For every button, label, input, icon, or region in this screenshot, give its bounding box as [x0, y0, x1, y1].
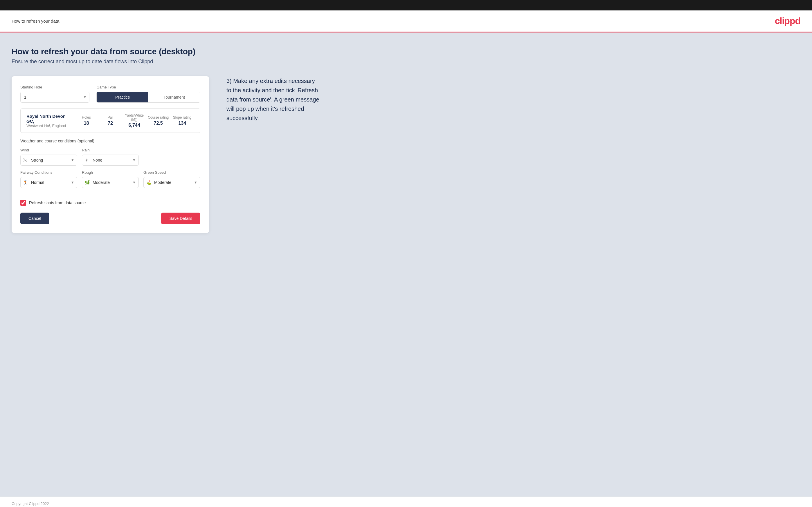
main-content: How to refresh your data from source (de… — [0, 33, 812, 497]
top-bar — [0, 0, 812, 10]
form-card: Starting Hole 1 ▼ Game Type Practice Tou… — [12, 76, 209, 233]
green-speed-select-wrapper: ⛳ Moderate ▼ — [143, 177, 200, 188]
course-holes-stat: Holes 18 — [74, 115, 98, 126]
rain-select[interactable]: None — [82, 155, 139, 166]
rough-select[interactable]: Moderate — [82, 177, 139, 188]
green-speed-label: Green Speed — [143, 170, 200, 175]
green-speed-select[interactable]: Moderate — [143, 177, 200, 188]
refresh-checkbox-label: Refresh shots from data source — [29, 201, 86, 205]
footer: Copyright Clippd 2022 — [0, 497, 812, 507]
holes-value: 18 — [74, 121, 98, 126]
header: How to refresh your data clippd — [0, 10, 812, 33]
fairway-group: Fairway Conditions 🏌 Normal ▼ — [20, 170, 77, 188]
course-name: Royal North Devon GC, — [27, 114, 74, 123]
course-rating-label: Course rating — [146, 115, 170, 119]
wind-label: Wind — [20, 148, 77, 152]
rough-label: Rough — [82, 170, 139, 175]
course-par-stat: Par 72 — [98, 115, 122, 126]
divider — [20, 194, 200, 194]
header-title: How to refresh your data — [12, 18, 59, 23]
starting-hole-label: Starting Hole — [20, 85, 89, 89]
fairway-select[interactable]: Normal — [20, 177, 77, 188]
fairway-label: Fairway Conditions — [20, 170, 77, 175]
rain-spacer — [143, 148, 200, 166]
button-row: Cancel Save Details — [20, 213, 200, 224]
conditions-row-2: Fairway Conditions 🏌 Normal ▼ Rough 🌿 — [20, 170, 200, 188]
page-heading: How to refresh your data from source (de… — [12, 47, 800, 56]
tournament-button[interactable]: Tournament — [148, 92, 200, 102]
refresh-checkbox[interactable] — [20, 200, 26, 206]
practice-button[interactable]: Practice — [97, 92, 148, 102]
starting-hole-select[interactable]: 1 — [20, 92, 89, 103]
cancel-button[interactable]: Cancel — [20, 213, 49, 224]
course-name-block: Royal North Devon GC, Westward Ho!, Engl… — [27, 114, 74, 128]
rough-select-wrapper: 🌿 Moderate ▼ — [82, 177, 139, 188]
holes-label: Holes — [74, 115, 98, 119]
fairway-select-wrapper: 🏌 Normal ▼ — [20, 177, 77, 188]
course-rating-stat: Course rating 72.5 — [146, 115, 170, 126]
course-yards-stat: Yards/White (M)) 6,744 — [122, 113, 146, 128]
page-subheading: Ensure the correct and most up to date d… — [12, 59, 800, 65]
wind-group: Wind 🌬 Strong ▼ — [20, 148, 77, 166]
rough-group: Rough 🌿 Moderate ▼ — [82, 170, 139, 188]
wind-select-wrapper: 🌬 Strong ▼ — [20, 155, 77, 166]
rain-label: Rain — [82, 148, 139, 152]
starting-hole-select-wrapper: 1 ▼ — [20, 92, 89, 103]
wind-rain-row: Wind 🌬 Strong ▼ Rain ☀ None — [20, 148, 200, 166]
course-location: Westward Ho!, England — [27, 123, 74, 128]
game-type-group: Game Type Practice Tournament — [96, 85, 200, 103]
logo: clippd — [775, 16, 800, 26]
green-speed-group: Green Speed ⛳ Moderate ▼ — [143, 170, 200, 188]
content-area: Starting Hole 1 ▼ Game Type Practice Tou… — [12, 76, 800, 233]
weather-section-title: Weather and course conditions (optional) — [20, 138, 200, 143]
slope-rating-label: Slope rating — [170, 115, 194, 119]
starting-hole-group: Starting Hole 1 ▼ — [20, 85, 89, 103]
save-button[interactable]: Save Details — [161, 213, 200, 224]
footer-text: Copyright Clippd 2022 — [12, 502, 49, 506]
rain-group: Rain ☀ None ▼ — [82, 148, 139, 166]
course-card: Royal North Devon GC, Westward Ho!, Engl… — [20, 109, 200, 133]
course-rating-value: 72.5 — [146, 121, 170, 126]
slope-rating-value: 134 — [170, 121, 194, 126]
game-type-buttons: Practice Tournament — [96, 92, 200, 103]
yards-value: 6,744 — [122, 123, 146, 128]
par-value: 72 — [98, 121, 122, 126]
yards-label: Yards/White (M)) — [122, 113, 146, 121]
checkbox-row: Refresh shots from data source — [20, 200, 200, 206]
instruction-text: 3) Make any extra edits necessary to the… — [226, 76, 319, 123]
par-label: Par — [98, 115, 122, 119]
slope-rating-stat: Slope rating 134 — [170, 115, 194, 126]
game-type-label: Game Type — [96, 85, 200, 89]
top-form-row: Starting Hole 1 ▼ Game Type Practice Tou… — [20, 85, 200, 103]
course-info-row: Royal North Devon GC, Westward Ho!, Engl… — [27, 113, 194, 128]
wind-select[interactable]: Strong — [20, 155, 77, 166]
rain-select-wrapper: ☀ None ▼ — [82, 155, 139, 166]
